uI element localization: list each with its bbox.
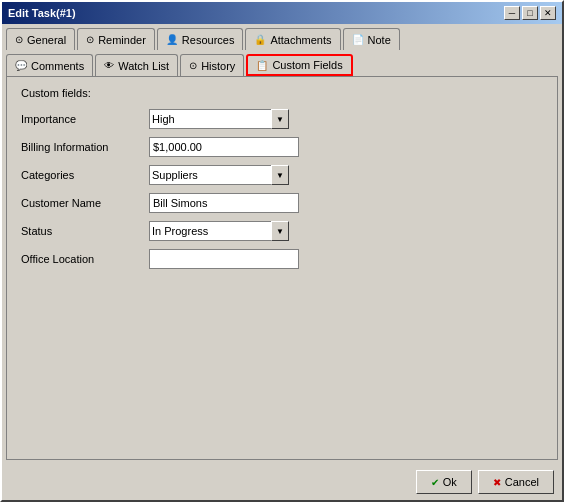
tab-history-label: History — [201, 60, 235, 72]
input-customer-name[interactable] — [149, 193, 299, 213]
input-office-location[interactable] — [149, 249, 299, 269]
field-row-billing: Billing Information — [21, 137, 543, 157]
dropdown-importance[interactable]: High Medium Low — [149, 109, 289, 129]
maximize-button[interactable]: □ — [522, 6, 538, 20]
tab-general-label: General — [27, 34, 66, 46]
tab-note-label: Note — [368, 34, 391, 46]
select-wrapper-categories: Suppliers Customers Partners ▼ — [149, 165, 289, 185]
label-office-location: Office Location — [21, 253, 141, 265]
label-categories: Categories — [21, 169, 141, 181]
field-row-status: Status Not Started In Progress Completed… — [21, 221, 543, 241]
cancel-label: Cancel — [505, 476, 539, 488]
tab-resources[interactable]: 👤 Resources — [157, 28, 244, 50]
label-status: Status — [21, 225, 141, 237]
tab-customfields-label: Custom Fields — [272, 59, 342, 71]
dropdown-status[interactable]: Not Started In Progress Completed — [149, 221, 289, 241]
title-bar: Edit Task(#1) ─ □ ✕ — [2, 2, 562, 24]
title-controls: ─ □ ✕ — [504, 6, 556, 20]
tab-comments[interactable]: 💬 Comments — [6, 54, 93, 76]
watchlist-icon: 👁 — [104, 60, 114, 71]
tab-reminder[interactable]: ⊙ Reminder — [77, 28, 155, 50]
tab-attachments[interactable]: 🔒 Attachments — [245, 28, 340, 50]
dropdown-categories[interactable]: Suppliers Customers Partners — [149, 165, 289, 185]
cancel-icon: ✖ — [493, 477, 501, 488]
tab-attachments-label: Attachments — [270, 34, 331, 46]
ok-icon: ✔ — [431, 477, 439, 488]
content-area: Custom fields: Importance High Medium Lo… — [6, 76, 558, 460]
cancel-button[interactable]: ✖ Cancel — [478, 470, 554, 494]
customfields-icon: 📋 — [256, 60, 268, 71]
resources-icon: 👤 — [166, 34, 178, 45]
main-window: Edit Task(#1) ─ □ ✕ ⊙ General ⊙ Reminder… — [0, 0, 564, 502]
tab-note[interactable]: 📄 Note — [343, 28, 400, 50]
window-body: ⊙ General ⊙ Reminder 👤 Resources 🔒 Attac… — [2, 24, 562, 500]
tab-watchlist-label: Watch List — [118, 60, 169, 72]
field-row-categories: Categories Suppliers Customers Partners … — [21, 165, 543, 185]
button-row: ✔ Ok ✖ Cancel — [2, 464, 562, 500]
general-icon: ⊙ — [15, 34, 23, 45]
close-button[interactable]: ✕ — [540, 6, 556, 20]
note-icon: 📄 — [352, 34, 364, 45]
ok-label: Ok — [443, 476, 457, 488]
tab-reminder-label: Reminder — [98, 34, 146, 46]
select-wrapper-importance: High Medium Low ▼ — [149, 109, 289, 129]
label-billing: Billing Information — [21, 141, 141, 153]
label-customer-name: Customer Name — [21, 197, 141, 209]
field-row-office-location: Office Location — [21, 249, 543, 269]
tab-resources-label: Resources — [182, 34, 235, 46]
tab-watchlist[interactable]: 👁 Watch List — [95, 54, 178, 76]
input-billing[interactable] — [149, 137, 299, 157]
window-title: Edit Task(#1) — [8, 7, 76, 19]
tab-history[interactable]: ⊙ History — [180, 54, 244, 76]
history-icon: ⊙ — [189, 60, 197, 71]
reminder-icon: ⊙ — [86, 34, 94, 45]
ok-button[interactable]: ✔ Ok — [416, 470, 472, 494]
fields-container: Importance High Medium Low ▼ Billing Inf… — [21, 109, 543, 269]
select-wrapper-status: Not Started In Progress Completed ▼ — [149, 221, 289, 241]
minimize-button[interactable]: ─ — [504, 6, 520, 20]
tab-row-2: 💬 Comments 👁 Watch List ⊙ History 📋 Cust… — [2, 50, 562, 76]
section-label: Custom fields: — [21, 87, 543, 99]
field-row-customer-name: Customer Name — [21, 193, 543, 213]
comments-icon: 💬 — [15, 60, 27, 71]
field-row-importance: Importance High Medium Low ▼ — [21, 109, 543, 129]
tab-row-1: ⊙ General ⊙ Reminder 👤 Resources 🔒 Attac… — [2, 24, 562, 50]
tab-customfields[interactable]: 📋 Custom Fields — [246, 54, 352, 76]
label-importance: Importance — [21, 113, 141, 125]
attachments-icon: 🔒 — [254, 34, 266, 45]
tab-general[interactable]: ⊙ General — [6, 28, 75, 50]
tab-comments-label: Comments — [31, 60, 84, 72]
